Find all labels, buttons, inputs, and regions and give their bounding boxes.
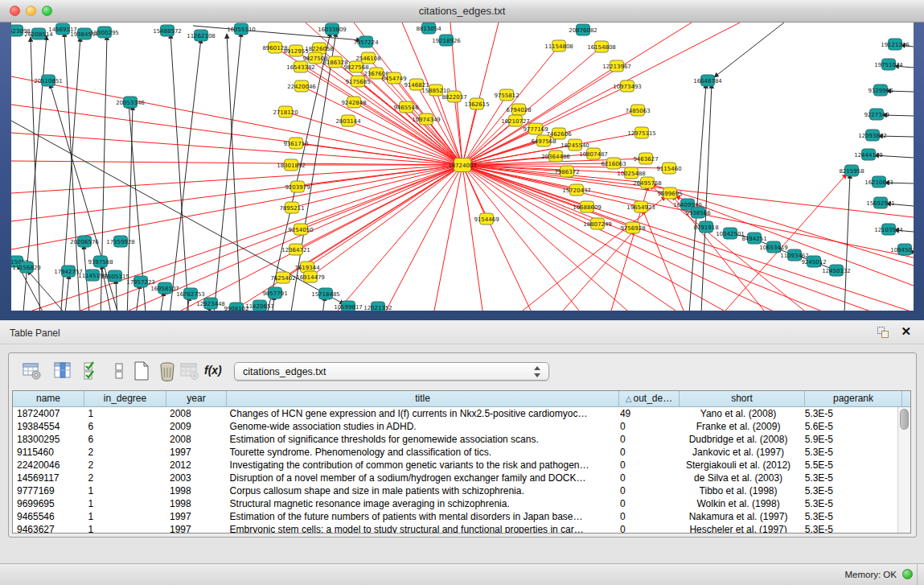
graph-node[interactable]: 19218926	[432, 35, 461, 46]
column-header-title[interactable]: title	[227, 391, 619, 406]
table-row[interactable]: 1830029562008Estimation of significance …	[13, 433, 897, 446]
close-panel-icon[interactable]: ✕	[901, 324, 911, 339]
graph-node[interactable]: 9254050	[288, 224, 313, 235]
graph-node[interactable]: 11154808	[544, 40, 573, 51]
graph-node[interactable]: 9397588	[88, 256, 113, 267]
table-row[interactable]: 1456911722003Disruption of a novel membe…	[13, 472, 897, 484]
graph-node[interactable]: 7857224	[353, 36, 379, 47]
graph-node[interactable]: 9857791	[262, 287, 287, 299]
table-row[interactable]: 911546021997Tourette syndrome. Phenomeno…	[13, 446, 897, 459]
graph-node[interactable]: 9115460	[656, 163, 681, 174]
graph-node[interactable]: 15692971	[866, 197, 895, 208]
graph-node[interactable]: 10025488	[617, 167, 646, 179]
show-column-icon[interactable]	[52, 360, 73, 381]
graph-node[interactable]: 9755812	[494, 89, 519, 101]
select-rows-icon[interactable]	[81, 360, 102, 381]
table-source-dropdown[interactable]: citations_edges.txt	[234, 362, 549, 381]
graph-node[interactable]: 9699695	[657, 187, 682, 199]
graph-node[interactable]: 20364486	[541, 150, 570, 162]
graph-edge	[338, 165, 462, 311]
column-header-name[interactable]: name	[13, 391, 84, 406]
float-panel-icon[interactable]	[877, 327, 889, 338]
graph-node[interactable]: 9175685	[345, 76, 370, 87]
table-row[interactable]: 969969511998Structural magnetic resonanc…	[13, 497, 897, 510]
delete-rows-icon[interactable]	[157, 360, 178, 381]
table-row[interactable]: 1938455462009Genome-wide association stu…	[13, 420, 897, 433]
graph-node[interactable]: 8813054	[416, 23, 441, 34]
graph-node[interactable]: 22420046	[287, 80, 316, 92]
graph-node[interactable]: 7485063	[625, 105, 650, 116]
column-header-short[interactable]: short	[680, 391, 805, 406]
graph-node[interactable]: 9242848	[341, 97, 366, 108]
graph-node[interactable]: 16648784	[693, 75, 722, 86]
scrollbar-thumb[interactable]	[900, 409, 909, 430]
graph-node[interactable]: 10599817	[334, 301, 363, 311]
graph-node[interactable]: 20510851	[34, 75, 63, 86]
graph-node[interactable]: 19121226	[881, 39, 910, 50]
graph-node[interactable]: 8791918	[693, 221, 718, 233]
graph-node[interactable]: 9203979	[285, 181, 310, 192]
column-header-pagerank[interactable]: pagerank	[805, 391, 902, 406]
graph-node[interactable]: 16914479	[296, 271, 325, 282]
table-panel-title: Table Panel	[10, 328, 60, 339]
table-settings-icon[interactable]	[22, 360, 43, 381]
graph-node[interactable]: 15488572	[153, 25, 182, 36]
graph-node[interactable]: 8215958	[839, 165, 864, 176]
graph-node-label: 6216063	[601, 161, 626, 167]
network-canvas[interactable]: 8960128891295518226058982750881863281654…	[11, 23, 914, 311]
graph-node[interactable]: 19654923	[626, 201, 655, 212]
column-header-in_degree[interactable]: in_degree	[84, 391, 166, 406]
graph-node[interactable]: 17359928	[106, 236, 135, 247]
graph-node[interactable]: 9329966	[868, 84, 893, 96]
vertical-scrollbar[interactable]	[897, 407, 910, 533]
table-row[interactable]: 977716911998Corpus callosum shape and si…	[13, 484, 897, 497]
graph-node[interactable]: 9154469	[474, 213, 499, 225]
memory-status-icon	[902, 569, 913, 579]
graph-node[interactable]: 7895211	[279, 202, 304, 213]
graph-node[interactable]: 16154808	[587, 41, 616, 52]
table-body: 1872400712008Changes of HCN gene express…	[13, 407, 897, 533]
graph-node[interactable]: 10342501	[716, 228, 745, 239]
graph-node[interactable]: 1362615	[464, 98, 489, 109]
new-table-icon[interactable]	[131, 360, 152, 381]
graph-node[interactable]: 20053346	[116, 97, 145, 108]
graph-node[interactable]: 6794028	[506, 104, 531, 115]
table-row[interactable]: 2242004622012Investigating the contribut…	[13, 459, 897, 472]
graph-node[interactable]: 16210643	[864, 176, 893, 187]
graph-node[interactable]: 7986372	[554, 166, 579, 177]
graph-node[interactable]: 16782753	[176, 288, 205, 299]
graph-node[interactable]: 10807487	[579, 148, 608, 159]
table-cell: 2	[84, 446, 166, 459]
function-builder-icon[interactable]: f(x)	[204, 364, 232, 377]
graph-node[interactable]: 16033809	[318, 23, 347, 35]
graph-node[interactable]: 11262108	[187, 30, 216, 41]
graph-node[interactable]: 12103504	[874, 224, 903, 235]
graph-node[interactable]: 18245540	[561, 139, 589, 150]
row-height-icon[interactable]	[109, 360, 129, 381]
delete-table-icon[interactable]	[179, 360, 200, 381]
graph-node[interactable]: 12923448	[196, 298, 225, 309]
table-row[interactable]: 946362711997Embryonic stem cells: a mode…	[13, 523, 897, 533]
graph-node[interactable]: 19751074	[874, 59, 903, 70]
graph-node[interactable]: 9227349	[864, 109, 889, 120]
graph-node[interactable]: 15718485	[311, 288, 340, 299]
graph-node[interactable]: 12093822	[858, 130, 887, 141]
network-window-titlebar[interactable]: citations_edges.txt	[0, 0, 924, 23]
graph-node[interactable]: 26495758	[633, 177, 662, 188]
network-graph[interactable]: 8960128891295518226058982750881863281654…	[11, 23, 914, 311]
graph-node-label: 7619344	[294, 265, 320, 271]
graph-node[interactable]: 10688609	[573, 201, 602, 212]
graph-node[interactable]: 10973493	[613, 80, 642, 92]
column-header-year[interactable]: year	[166, 391, 227, 406]
graph-node[interactable]: 2718120	[273, 106, 298, 117]
graph-node[interactable]: 12975115	[627, 127, 656, 138]
graph-node[interactable]: 16055110	[227, 23, 256, 35]
graph-node[interactable]: 12213967	[602, 60, 631, 72]
graph-node[interactable]: 9463627	[633, 153, 658, 164]
graph-node[interactable]: 12021352	[363, 302, 392, 311]
graph-node[interactable]: 12444139	[854, 149, 883, 160]
graph-node[interactable]: 20876082	[569, 24, 598, 35]
table-row[interactable]: 1872400712008Changes of HCN gene express…	[13, 407, 897, 420]
table-row[interactable]: 946554611997Estimation of the future num…	[13, 510, 897, 523]
column-header-out_de[interactable]: △out_de…	[619, 391, 680, 406]
